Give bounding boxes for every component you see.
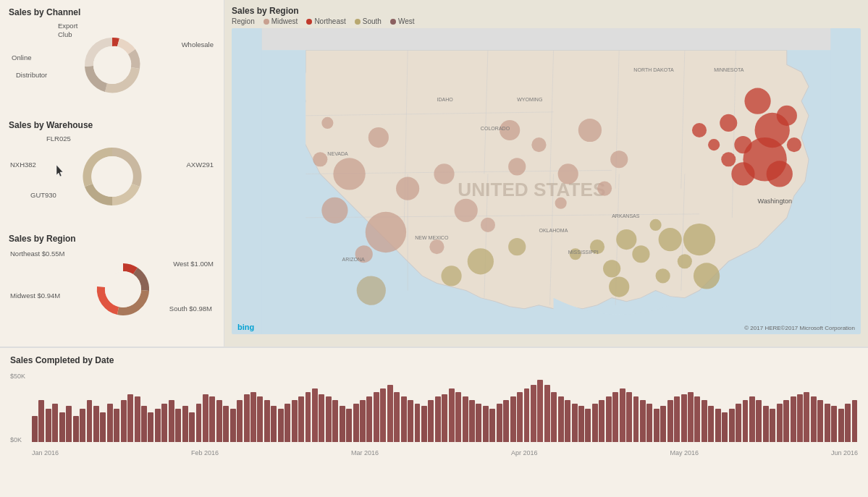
map-title: Sales by Region <box>232 6 861 16</box>
legend-west-label: West <box>398 17 415 25</box>
legend-northeast-label: Northeast <box>314 17 345 25</box>
bar-chart-area: $50K $0K Jan 2016Feb 2016Mar 2016Apr 201… <box>10 370 858 456</box>
svg-text:Washington: Washington <box>758 197 792 205</box>
bar-item <box>489 409 495 442</box>
bar-item <box>366 396 372 442</box>
svg-text:COLORADO: COLORADO <box>481 126 510 131</box>
bar-item <box>708 406 714 442</box>
x-axis-label: Apr 2016 <box>511 449 538 456</box>
bar-item <box>100 412 106 442</box>
bar-item <box>80 409 85 442</box>
bar-item <box>380 388 386 442</box>
svg-point-67 <box>429 239 444 254</box>
label-nxh382: NXH382 <box>10 161 36 169</box>
bar-item <box>38 400 44 442</box>
bar-item <box>332 400 338 442</box>
bar-item <box>797 394 803 442</box>
svg-point-44 <box>767 161 793 187</box>
svg-point-30 <box>610 150 628 168</box>
svg-point-49 <box>659 228 682 251</box>
svg-point-61 <box>434 163 454 184</box>
bar-item <box>606 396 612 442</box>
svg-point-26 <box>396 177 419 200</box>
bar-item <box>161 404 167 442</box>
svg-point-51 <box>678 254 692 268</box>
label-midwest: Midwest $0.94M <box>10 292 60 300</box>
bar-item <box>749 396 755 442</box>
us-map-container[interactable]: UNITED STATES <box>232 28 861 334</box>
bar-item <box>503 400 509 442</box>
bar-item <box>401 396 407 442</box>
bar-item <box>306 392 311 442</box>
svg-point-27 <box>321 117 333 129</box>
bar-item <box>660 406 666 442</box>
bar-item <box>237 400 243 442</box>
bar-item <box>729 409 735 442</box>
bar-item <box>654 409 660 442</box>
bar-item <box>722 412 728 442</box>
sales-by-warehouse-title: Sales by Warehouse <box>9 120 215 130</box>
bar-item <box>442 394 447 442</box>
bar-item <box>114 409 119 442</box>
svg-point-63 <box>481 218 495 232</box>
bar-item <box>626 392 632 442</box>
bar-item <box>73 416 79 442</box>
bar-item <box>298 396 304 442</box>
bar-item <box>463 396 468 442</box>
svg-text:ARIZONA: ARIZONA <box>342 257 366 262</box>
bar-item <box>209 396 215 442</box>
sales-by-channel-section: Sales by Channel <box>9 7 215 113</box>
map-panel: Sales by Region Region Midwest Northeast… <box>224 0 868 347</box>
svg-point-20 <box>333 158 365 190</box>
bar-item <box>250 392 256 442</box>
svg-point-64 <box>508 238 526 255</box>
bar-item <box>791 396 796 442</box>
legend-south: South <box>355 17 382 25</box>
bar-item <box>537 380 543 442</box>
svg-rect-19 <box>262 28 831 50</box>
bar-item <box>783 400 789 442</box>
svg-text:MISSISSIPPI: MISSISSIPPI <box>568 250 599 255</box>
bar-item <box>640 400 646 442</box>
y-label-50k: $50K <box>10 373 25 380</box>
bar-item <box>763 406 769 442</box>
channel-labels: Export Club Online Wholesale Distributor <box>9 20 215 107</box>
legend-west-dot <box>390 19 396 25</box>
bar-item <box>497 404 502 442</box>
bar-item <box>135 396 140 442</box>
x-axis-label: Mar 2016 <box>351 449 379 456</box>
bar-item <box>510 396 516 442</box>
bar-item <box>449 388 455 442</box>
bar-item <box>387 385 393 442</box>
sales-by-channel-chart: Export Club Online Wholesale Distributor <box>9 20 215 107</box>
svg-text:NORTH DAKOTA: NORTH DAKOTA <box>633 67 674 72</box>
bar-item <box>340 406 345 442</box>
sales-by-channel-title: Sales by Channel <box>9 7 215 17</box>
bar-item <box>777 404 783 442</box>
region-labels: Northeast $0.55M West $1.00M Midwest $0.… <box>9 247 215 334</box>
bar-item <box>59 412 65 442</box>
bar-item <box>66 406 72 442</box>
bar-item <box>285 404 290 442</box>
label-club: Club <box>58 30 72 38</box>
bar-item <box>804 392 809 442</box>
x-axis-label: Feb 2016 <box>191 449 219 456</box>
bar-item <box>52 404 58 442</box>
label-wholesale: Wholesale <box>182 41 214 48</box>
bar-item <box>736 404 741 442</box>
warehouse-labels: FLR025 AXW291 GUT930 NXH382 <box>9 133 215 220</box>
bar-item <box>394 392 400 442</box>
svg-point-42 <box>731 162 754 185</box>
bar-item <box>148 412 153 442</box>
bar-item <box>421 406 427 442</box>
bar-item <box>182 406 188 442</box>
legend-south-label: South <box>363 17 382 25</box>
svg-text:MINNESOTA: MINNESOTA <box>714 67 744 72</box>
bar-item <box>278 409 284 442</box>
svg-point-48 <box>692 123 707 137</box>
left-panel: Sales by Channel <box>0 0 224 347</box>
label-northeast: Northeast $0.55M <box>10 250 65 258</box>
bar-item <box>831 406 837 442</box>
bar-item <box>517 392 523 442</box>
svg-point-43 <box>721 152 736 166</box>
